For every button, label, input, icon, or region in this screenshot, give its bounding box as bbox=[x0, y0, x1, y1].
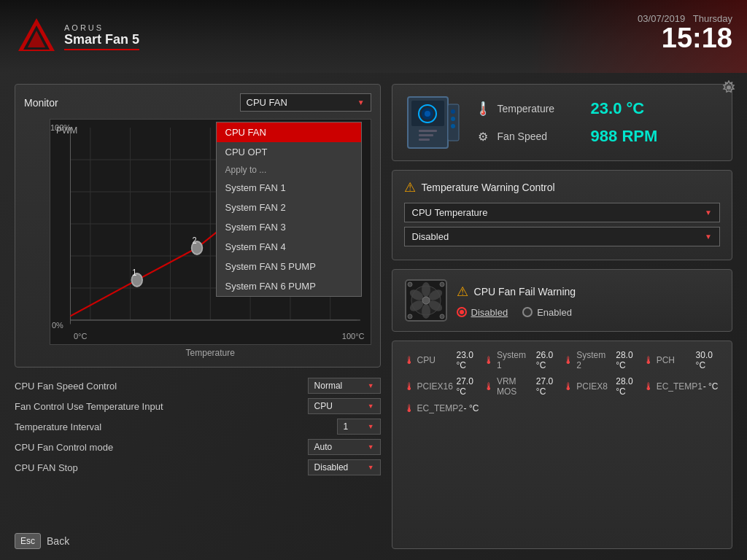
temp-warning-source-dropdown[interactable]: CPU Temperature ▼ bbox=[404, 203, 720, 222]
temp-cell-value: - °C bbox=[464, 403, 479, 413]
temp-cell-name: System 1 bbox=[497, 350, 533, 370]
temp-cell-icon: 🌡 bbox=[404, 381, 414, 392]
temp-interval-value: 1 bbox=[344, 421, 349, 432]
header: AORUS Smart Fan 5 03/07/2019 Thursday 15… bbox=[0, 0, 747, 73]
fan-speed-stat-value: 988 RPM bbox=[591, 127, 658, 146]
fan-fail-enabled-label: Enabled bbox=[537, 307, 572, 318]
temp-cell-name: VRM MOS bbox=[497, 376, 533, 397]
fan-speed-icon: ⚙ bbox=[474, 130, 492, 144]
fail-content: ⚠ CPU Fan Fail Warning Disabled Enabled bbox=[457, 284, 720, 318]
temp-cell-value: 26.0 °C bbox=[536, 350, 560, 370]
svg-point-51 bbox=[408, 314, 412, 319]
temp-interval-label: Temperature Interval bbox=[15, 421, 101, 432]
temp-interval-dropdown[interactable]: 1 ▼ bbox=[337, 419, 381, 435]
back-button[interactable]: Esc Back bbox=[15, 533, 69, 549]
monitor-selected-value: CPU FAN bbox=[247, 97, 287, 108]
fan-fail-enabled-option[interactable]: Enabled bbox=[522, 307, 572, 318]
speed-control-value: Normal bbox=[314, 381, 343, 391]
fan-stop-dropdown[interactable]: Disabled ▼ bbox=[308, 459, 381, 475]
svg-point-37 bbox=[451, 124, 455, 128]
monitor-row: Monitor CPU FAN ▼ CPU FAN CPU OPT Apply … bbox=[24, 93, 371, 112]
dropdown-item-sys-fan4[interactable]: System FAN 4 bbox=[217, 237, 361, 257]
temp-input-arrow: ▼ bbox=[368, 402, 374, 410]
temp-grid-item-ec_temp1: 🌡 EC_TEMP1 - °C bbox=[643, 376, 720, 397]
esc-key-label[interactable]: Esc bbox=[15, 533, 41, 549]
temp-cell-icon: 🌡 bbox=[404, 402, 414, 414]
left-panel: Monitor CPU FAN ▼ CPU FAN CPU OPT Apply … bbox=[15, 84, 381, 549]
temperature-stat-label: Temperature bbox=[498, 103, 585, 114]
monitor-dropdown[interactable]: CPU FAN ▼ CPU FAN CPU OPT Apply to ... S… bbox=[240, 93, 371, 112]
temp-grid-item-ec_temp2: 🌡 EC_TEMP2 - °C bbox=[404, 402, 481, 414]
apply-to-label: Apply to ... bbox=[217, 162, 361, 178]
dropdown-item-sys-fan5[interactable]: System FAN 5 PUMP bbox=[217, 257, 361, 276]
page-title: Smart Fan 5 bbox=[64, 32, 139, 50]
dropdown-item-sys-fan1[interactable]: System FAN 1 bbox=[217, 178, 361, 198]
monitor-dropdown-menu: CPU FAN CPU OPT Apply to ... System FAN … bbox=[216, 122, 362, 297]
header-brand: AORUS Smart Fan 5 bbox=[64, 23, 139, 50]
temp-cell-icon: 🌡 bbox=[404, 354, 414, 366]
fan-speed-stat-label: Fan Speed bbox=[498, 131, 585, 142]
fan-fail-enabled-radio[interactable] bbox=[522, 307, 533, 317]
temp-cell-name: EC_TEMP1 bbox=[657, 381, 700, 392]
back-label: Back bbox=[47, 535, 69, 547]
svg-point-45 bbox=[422, 304, 430, 319]
fan-stop-value: Disabled bbox=[314, 462, 349, 472]
temp-grid: 🌡 CPU 23.0 °C 🌡 System 1 26.0 °C 🌡 Syste… bbox=[404, 350, 720, 414]
temp-cell-icon: 🌡 bbox=[484, 354, 494, 366]
right-panel: 🌡️ Temperature 23.0 °C ⚙ Fan Speed 988 R… bbox=[392, 84, 732, 549]
svg-text:1: 1 bbox=[132, 268, 136, 279]
temp-cell-value: 28.0 °C bbox=[616, 350, 640, 370]
speed-control-arrow: ▼ bbox=[368, 382, 374, 389]
thermometer-icon: 🌡️ bbox=[474, 101, 492, 117]
temp-grid-item-system_1: 🌡 System 1 26.0 °C bbox=[484, 350, 560, 370]
temp-grid-item-cpu: 🌡 CPU 23.0 °C bbox=[404, 350, 481, 370]
control-mode-dropdown[interactable]: Auto ▼ bbox=[308, 439, 381, 455]
monitor-label: Monitor bbox=[24, 97, 58, 109]
svg-point-42 bbox=[422, 282, 430, 297]
chart-x-label: Temperature bbox=[50, 348, 371, 358]
temp-input-value: CPU bbox=[314, 401, 333, 411]
header-datetime: 03/07/2019 Thursday 15:18 bbox=[638, 13, 732, 52]
temp-grid-item-vrm_mos: 🌡 VRM MOS 27.0 °C bbox=[484, 376, 560, 397]
chart-y-max: 100% bbox=[50, 123, 71, 132]
temperature-stat-row: 🌡️ Temperature 23.0 °C bbox=[474, 99, 720, 118]
time-display: 15:18 bbox=[638, 24, 732, 52]
fan-fail-disabled-option[interactable]: Disabled bbox=[457, 307, 508, 318]
speed-control-label: CPU Fan Speed Control bbox=[15, 381, 117, 392]
fan-stop-arrow: ▼ bbox=[368, 464, 374, 471]
stats-values: 🌡️ Temperature 23.0 °C ⚙ Fan Speed 988 R… bbox=[474, 99, 720, 146]
speed-control-row: CPU Fan Speed Control Normal ▼ bbox=[15, 378, 381, 394]
dropdown-item-sys-fan6[interactable]: System FAN 6 PUMP bbox=[217, 276, 361, 296]
fan-fail-radio-group: Disabled Enabled bbox=[457, 307, 720, 318]
temp-cell-icon: 🌡 bbox=[643, 381, 654, 392]
temp-cell-icon: 🌡 bbox=[643, 354, 654, 366]
temp-warning-status-arrow: ▼ bbox=[705, 233, 712, 241]
settings-gear-icon[interactable] bbox=[721, 80, 736, 98]
temp-grid-item-pch: 🌡 PCH 30.0 °C bbox=[643, 350, 720, 370]
brand-aorus-label: AORUS bbox=[64, 23, 139, 32]
temp-grid-item-pciex16: 🌡 PCIEX16 27.0 °C bbox=[404, 376, 481, 397]
dropdown-item-cpu-fan[interactable]: CPU FAN bbox=[217, 122, 361, 142]
svg-point-35 bbox=[451, 109, 455, 114]
fan-fail-disabled-label: Disabled bbox=[471, 307, 508, 318]
svg-rect-33 bbox=[419, 139, 430, 141]
temp-input-label: Fan Control Use Temperature Input bbox=[15, 401, 163, 412]
svg-point-38 bbox=[727, 85, 731, 90]
temp-input-dropdown[interactable]: CPU ▼ bbox=[308, 398, 381, 414]
cpu-fan-fail-box: ⚠ CPU Fan Fail Warning Disabled Enabled bbox=[392, 269, 732, 332]
chart-x-min: 0°C bbox=[74, 332, 87, 341]
warning-icon: ⚠ bbox=[404, 179, 416, 195]
dropdown-item-sys-fan2[interactable]: System FAN 2 bbox=[217, 198, 361, 217]
pc-icon bbox=[404, 93, 462, 152]
dropdown-item-sys-fan3[interactable]: System FAN 3 bbox=[217, 217, 361, 237]
temp-cell-name: PCIEX16 bbox=[417, 381, 454, 392]
temp-cell-icon: 🌡 bbox=[563, 381, 573, 392]
chart-y-min: 0% bbox=[52, 321, 63, 330]
temp-warning-status-dropdown[interactable]: Disabled ▼ bbox=[404, 227, 720, 246]
controls-section: CPU Fan Speed Control Normal ▼ Fan Contr… bbox=[15, 378, 381, 475]
dropdown-item-cpu-opt[interactable]: CPU OPT bbox=[217, 142, 361, 162]
fan-fail-disabled-dot bbox=[460, 310, 464, 314]
fan-fail-disabled-radio[interactable] bbox=[457, 307, 467, 317]
temp-warning-source-arrow: ▼ bbox=[705, 209, 712, 217]
speed-control-dropdown[interactable]: Normal ▼ bbox=[308, 378, 381, 394]
